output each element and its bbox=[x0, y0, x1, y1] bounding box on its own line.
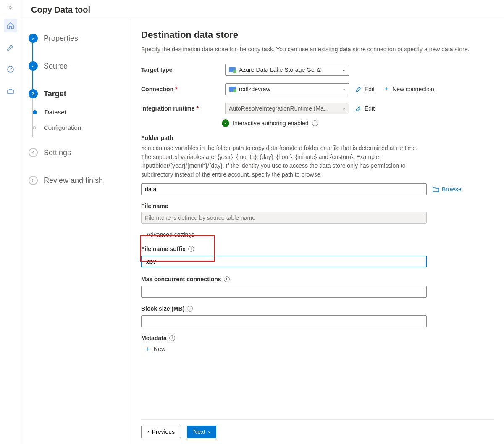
folder-help-text: You can use variables in the folder path… bbox=[141, 144, 427, 179]
dropdown-value: Azure Data Lake Storage Gen2 bbox=[239, 66, 339, 73]
plus-icon: ＋ bbox=[383, 85, 390, 93]
chevron-down-icon: ⌄ bbox=[342, 67, 346, 72]
info-icon[interactable]: i bbox=[224, 276, 230, 282]
main: Copy Data tool ✓ Properties ✓ Source 3 T… bbox=[21, 0, 504, 444]
storage-service-icon bbox=[229, 67, 236, 72]
file-suffix-input[interactable] bbox=[141, 256, 427, 267]
expand-rail-icon[interactable]: » bbox=[8, 3, 12, 11]
form-subtitle: Specify the destination data store for t… bbox=[141, 45, 494, 54]
check-circle-icon: ✓ bbox=[222, 119, 229, 127]
row-folder-path: Browse bbox=[141, 183, 494, 195]
step-properties[interactable]: ✓ Properties bbox=[28, 31, 130, 45]
folder-icon bbox=[433, 186, 439, 192]
row-connection: Connection * rcdlzdevraw ⌄ Edit ＋ New co… bbox=[141, 83, 494, 95]
runtime-label: Integration runtime * bbox=[141, 105, 222, 112]
step-label: Settings bbox=[44, 148, 71, 157]
page-title: Copy Data tool bbox=[21, 0, 504, 19]
block-size-input[interactable] bbox=[141, 315, 427, 327]
target-type-label: Target type bbox=[141, 66, 222, 73]
step-label: Review and finish bbox=[44, 176, 103, 185]
step-number: 4 bbox=[29, 148, 38, 157]
edit-connection-button[interactable]: Edit bbox=[353, 86, 377, 92]
info-icon[interactable]: i bbox=[187, 306, 193, 312]
step-source[interactable]: ✓ Source bbox=[28, 59, 130, 73]
row-target-type: Target type Azure Data Lake Storage Gen2… bbox=[141, 64, 494, 76]
metadata-label: Metadata i bbox=[141, 335, 494, 341]
info-icon[interactable]: i bbox=[169, 335, 175, 341]
step-review[interactable]: 5 Review and finish bbox=[28, 173, 130, 188]
row-integration-runtime: Integration runtime * AutoResolveIntegra… bbox=[141, 103, 494, 114]
home-icon[interactable] bbox=[4, 19, 17, 32]
next-button[interactable]: Next › bbox=[187, 426, 216, 438]
step-settings[interactable]: 4 Settings bbox=[28, 145, 130, 160]
monitor-gauge-icon[interactable] bbox=[4, 63, 17, 76]
step-label: Source bbox=[44, 62, 68, 71]
edit-runtime-button[interactable]: Edit bbox=[353, 105, 377, 112]
row-file-name bbox=[141, 212, 494, 224]
file-name-input bbox=[141, 212, 427, 224]
check-icon: ✓ bbox=[29, 61, 38, 71]
footer: ‹ Previous Next › bbox=[141, 419, 494, 444]
step-target[interactable]: 3 Target bbox=[28, 87, 130, 101]
step-label: Properties bbox=[44, 34, 78, 43]
chevron-down-icon: ⌄ bbox=[342, 86, 346, 92]
chevron-right-icon: › bbox=[141, 231, 143, 238]
plus-icon: ＋ bbox=[144, 345, 151, 354]
browse-button[interactable]: Browse bbox=[433, 186, 462, 193]
file-name-label: File name bbox=[141, 203, 494, 209]
advanced-settings-toggle[interactable]: › Advanced settings bbox=[141, 231, 494, 238]
dropdown-value: AutoResolveIntegrationRuntime (Ma... bbox=[229, 105, 339, 112]
folder-path-input[interactable] bbox=[141, 183, 427, 195]
svg-rect-1 bbox=[8, 90, 13, 94]
metadata-new-button[interactable]: ＋ New bbox=[144, 345, 165, 354]
chevron-down-icon: ⌄ bbox=[342, 106, 346, 111]
chevron-right-icon: › bbox=[208, 428, 210, 435]
form-heading: Destination data store bbox=[141, 29, 494, 40]
suffix-label: File name suffix i bbox=[141, 246, 494, 252]
content: ✓ Properties ✓ Source 3 Target Dataset bbox=[21, 19, 504, 444]
check-icon: ✓ bbox=[29, 34, 38, 43]
manage-toolbox-icon[interactable] bbox=[4, 85, 17, 98]
author-pencil-icon[interactable] bbox=[4, 41, 17, 54]
steps-panel: ✓ Properties ✓ Source 3 Target Dataset bbox=[21, 19, 130, 444]
icon-rail: » bbox=[0, 0, 21, 444]
substep-dot-icon bbox=[33, 126, 36, 130]
previous-button[interactable]: ‹ Previous bbox=[141, 426, 181, 438]
dropdown-value: rcdlzdevraw bbox=[239, 86, 339, 92]
folder-path-label: Folder path bbox=[141, 135, 494, 141]
info-icon[interactable]: i bbox=[188, 246, 194, 252]
substep-label: Configuration bbox=[44, 124, 81, 131]
substep-dot-icon bbox=[33, 110, 37, 114]
runtime-dropdown[interactable]: AutoResolveIntegrationRuntime (Ma... ⌄ bbox=[225, 103, 349, 114]
max-connections-input[interactable] bbox=[141, 286, 427, 298]
step-number: 5 bbox=[29, 176, 38, 185]
substep-dataset[interactable]: Dataset bbox=[28, 108, 130, 116]
storage-service-icon bbox=[229, 87, 236, 92]
connection-dropdown[interactable]: rcdlzdevraw ⌄ bbox=[225, 83, 349, 95]
interactive-status: ✓ Interactive authoring enabled i bbox=[222, 119, 494, 127]
step-number: 3 bbox=[29, 89, 38, 98]
info-icon[interactable]: i bbox=[312, 120, 318, 126]
step-label: Target bbox=[44, 90, 66, 98]
pencil-icon bbox=[355, 86, 362, 92]
connection-label: Connection * bbox=[141, 86, 222, 92]
form-panel: Destination data store Specify the desti… bbox=[130, 19, 504, 444]
substep-label: Dataset bbox=[45, 108, 66, 116]
chevron-left-icon: ‹ bbox=[147, 428, 150, 435]
status-text: Interactive authoring enabled bbox=[233, 120, 309, 127]
substep-configuration[interactable]: Configuration bbox=[28, 124, 130, 131]
advanced-label: Advanced settings bbox=[147, 231, 194, 238]
block-size-label: Block size (MB) i bbox=[141, 305, 494, 312]
max-conn-label: Max concurrent connections i bbox=[141, 276, 494, 283]
new-connection-button[interactable]: ＋ New connection bbox=[381, 85, 437, 93]
pencil-icon bbox=[355, 105, 362, 112]
target-type-dropdown[interactable]: Azure Data Lake Storage Gen2 ⌄ bbox=[225, 64, 349, 76]
